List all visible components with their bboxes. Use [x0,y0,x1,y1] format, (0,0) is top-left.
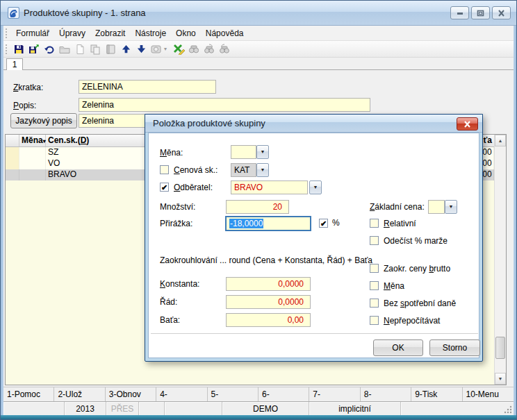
zaokr-brutto-checkbox[interactable] [370,264,379,273]
jazykovy-popis-button[interactable]: Jazykový popis [10,113,77,128]
fnkey-9-tisk[interactable]: 9-Tisk [411,387,462,401]
fnkey-5[interactable]: 5- [208,387,258,401]
move-up-icon[interactable] [119,43,133,56]
zaokrouhlovani-text: Zaokrouhlování ... round (Cena + Konstan… [160,255,372,265]
minimize-button[interactable] [450,6,469,19]
odberatel-dropdown-icon[interactable]: ▼ [309,180,322,194]
bez-dane-rest: potřební daně [404,299,456,308]
storno-button[interactable]: Storno [429,339,480,356]
menu-zobrazit[interactable]: Zobrazit [90,27,130,40]
client-area: Formulář Úpravy Zobrazit Nástroje Okno N… [3,26,514,415]
odberatel-label: Odběratel: [174,183,213,192]
cenova-sk-combo[interactable]: KAT [231,163,256,177]
mena-header-label: Měna [22,135,43,145]
ok-button[interactable]: OK [373,339,423,356]
mena-cell[interactable] [19,169,46,180]
fnkey-7[interactable]: 7- [309,387,360,401]
row-selector-cell[interactable] [6,147,19,158]
find-next-icon[interactable] [218,43,231,56]
cenova-sk-dropdown-icon[interactable]: ▼ [256,163,269,177]
bata-input[interactable]: 0,00 [226,313,311,327]
popis-label-rest: opis: [19,101,36,110]
menubar: Formulář Úpravy Zobrazit Nástroje Okno N… [3,26,514,41]
dialog-titlebar: Položka produktové skupiny [145,115,482,133]
odberatel-label-rest: dběratel: [180,183,213,192]
fnkey-4[interactable]: 4- [156,387,207,401]
rad-input[interactable]: 0,0000 [226,295,311,309]
dlg-mena-dropdown-icon[interactable]: ▼ [256,145,269,159]
vertical-scrollbar[interactable]: ▲ ▼ [494,135,506,385]
toolbar: ▾ [3,41,514,58]
zakladni-cena-label: Základní cena: [370,202,425,212]
fnkey-2-uloz[interactable]: 2-Ulož [54,387,105,401]
dialog-close-button[interactable] [457,117,478,131]
bez-dane-pre: Bez [384,299,400,308]
zkratka-input[interactable]: ZELENINA [79,80,216,94]
prirazka-input[interactable]: -18,0000 [226,217,311,230]
scrollbar-thumb[interactable] [495,337,505,359]
scrollbar-track[interactable] [495,146,506,373]
odberatel-checkbox[interactable]: ✔ [160,183,169,192]
move-down-icon[interactable] [134,43,148,56]
zaokr-brutto-rest: rutto [434,264,450,274]
menu-upravy[interactable]: Úpravy [54,27,90,40]
close-button[interactable] [492,6,511,19]
menu-nastroje[interactable]: Nástroje [130,27,171,40]
odecist-marze-checkbox[interactable] [370,236,379,245]
toolbar-grip[interactable] [6,44,8,54]
tab-1[interactable]: 1 [6,58,23,70]
neprepocitavat-checkbox[interactable] [370,316,379,325]
notebook-icon[interactable] [104,43,117,56]
row-selector-cell[interactable] [6,169,19,180]
percent-checkbox[interactable]: ✔ [319,219,328,228]
popis-input[interactable]: Zelenina [79,98,370,112]
open-folder-icon[interactable] [58,43,72,56]
mena-cell[interactable] [19,158,46,169]
mena-checkbox[interactable] [370,281,379,290]
preview-dropdown-icon[interactable]: ▾ [164,46,171,52]
row-selector-cell[interactable] [6,158,19,169]
mena-column-header[interactable]: Měna▾ [19,135,46,146]
cenova-sk-checkbox[interactable] [160,165,169,174]
dlg-mena-label-rest: ěna: [167,148,183,158]
odberatel-combo[interactable]: BRAVO [231,180,308,194]
konstanta-input[interactable]: 0,0000 [226,277,311,291]
scroll-up-icon[interactable]: ▲ [495,135,506,146]
undo-icon[interactable] [42,43,56,56]
save-icon[interactable] [12,43,26,56]
export-edit-icon[interactable] [172,43,186,56]
find-icon[interactable] [187,43,201,56]
relativni-checkbox[interactable] [370,219,379,228]
fnkey-8[interactable]: 8- [361,387,411,401]
restore-button[interactable] [471,6,490,19]
mena-cell[interactable] [19,147,46,158]
menu-okno[interactable]: Okno [171,27,201,40]
dlg-mena-combo[interactable] [231,145,256,159]
preview-icon[interactable] [149,43,163,56]
fnkey-6[interactable]: 6- [258,387,309,401]
menubar-grip[interactable] [6,28,8,38]
row-selector-header[interactable] [6,135,19,146]
window-title: Produktové skupiny - 1. strana [24,8,146,18]
cenova-accesskey: C [174,165,180,175]
copy-icon[interactable] [88,43,102,56]
neprepocitavat-rest: epřepočítávat [390,316,441,326]
bez-spotrebni-dane-checkbox[interactable] [370,299,379,308]
zakladni-cena-dropdown-icon[interactable]: ▼ [445,200,457,214]
fnkey-10-menu[interactable]: 10-Menu [463,387,514,401]
fnkey-1-pomoc[interactable]: 1-Pomoc [3,387,54,401]
menu-formular[interactable]: Formulář [11,27,54,40]
save-as-icon[interactable] [27,43,41,56]
konstanta-accesskey: K [160,279,165,289]
zakladni-cena-combo[interactable] [428,200,445,214]
mnozstvi-input[interactable]: 20 [226,200,289,214]
fnkey-3-obnov[interactable]: 3-Obnov [106,387,156,401]
scroll-down-icon[interactable]: ▼ [495,373,506,385]
status-cell [401,402,514,415]
new-document-icon[interactable] [73,43,87,56]
bata-label: Baťa: [160,315,180,325]
function-key-bar: 1-Pomoc 2-Ulož 3-Obnov 4- 5- 6- 7- 8- 9-… [3,387,514,401]
find-previous-icon[interactable] [202,43,216,56]
menu-napoveda[interactable]: Nápověda [201,27,249,40]
resize-grip[interactable] [504,405,512,414]
